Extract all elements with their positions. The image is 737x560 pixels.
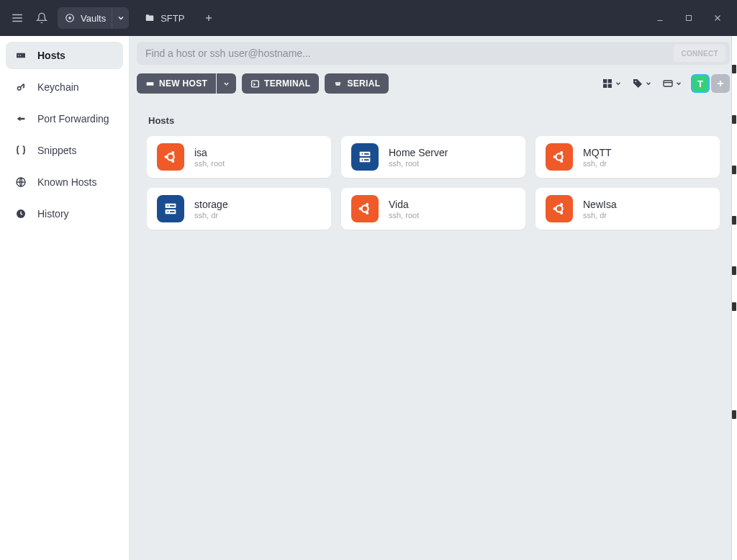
sidebar-item-label: Snippets [37,145,76,156]
sidebar-item-port-forwarding[interactable]: Port Forwarding [6,105,123,132]
card-icon [662,78,674,89]
new-host-icon [145,79,155,89]
sidebar: Hosts Keychain Port Forwarding Snippets … [0,36,130,560]
tag-filter[interactable] [630,74,654,93]
search-bar: CONNECT [137,42,730,65]
host-os-icon [546,143,573,171]
svg-point-51 [361,205,368,212]
braces-icon [14,144,27,157]
close-icon[interactable] [707,7,728,29]
sidebar-item-snippets[interactable]: Snippets [6,137,123,164]
svg-rect-27 [664,81,672,86]
svg-point-32 [165,155,168,158]
search-input[interactable] [145,48,674,59]
svg-point-48 [167,211,168,212]
toolbar: NEW HOST TERMINAL SERIAL [130,65,737,102]
svg-point-57 [560,203,563,206]
add-account-button[interactable] [711,74,730,93]
host-os-icon [351,195,379,222]
new-host-dropdown[interactable] [217,73,236,94]
titlebar: Vaults SFTP [0,0,737,36]
tag-icon [632,78,643,89]
sidebar-item-label: Hosts [37,50,65,61]
host-card[interactable]: Home Serverssh, root [341,136,525,178]
maximize-icon[interactable] [678,7,700,29]
sidebar-item-hosts[interactable]: Hosts [6,42,123,69]
sidebar-item-label: History [37,208,69,220]
tab-sftp-label: SFTP [160,13,184,24]
svg-point-44 [560,160,563,163]
svg-point-53 [366,203,368,206]
host-subtitle: ssh, dr [194,211,228,220]
svg-point-31 [167,153,173,160]
host-card[interactable]: storagessh, dr [147,188,331,230]
svg-rect-24 [603,84,607,88]
sidebar-item-keychain[interactable]: Keychain [6,73,123,101]
grid-icon [602,78,613,89]
svg-point-14 [17,86,21,90]
svg-rect-39 [364,153,368,155]
svg-point-20 [338,83,338,83]
svg-rect-25 [608,84,612,88]
chevron-down-icon [645,80,652,87]
chevron-down-icon[interactable] [112,7,129,29]
tab-sftp[interactable]: SFTP [136,7,193,29]
terminal-button[interactable]: TERMINAL [242,73,319,94]
svg-point-47 [167,205,168,207]
svg-point-13 [20,55,21,55]
serial-icon [333,79,343,89]
svg-point-26 [635,81,636,82]
svg-rect-22 [603,79,607,83]
host-os-icon [351,143,379,171]
terminal-icon [250,79,260,89]
clock-icon [14,207,27,220]
host-card[interactable]: isassh, root [147,136,331,178]
vault-icon [65,13,75,23]
svg-point-41 [556,153,562,160]
host-name: Home Server [389,147,448,158]
serial-button[interactable]: SERIAL [325,73,389,94]
avatar[interactable]: T [691,74,710,93]
svg-point-52 [359,207,362,210]
minimize-icon[interactable] [649,7,671,29]
connect-button[interactable]: CONNECT [674,45,725,62]
host-card[interactable]: MQTTssh, dr [535,136,720,178]
host-card[interactable]: Vidassh, root [341,188,525,230]
svg-point-54 [366,212,368,214]
edge-strip [731,36,737,560]
host-name: NewIsa [583,199,617,210]
host-subtitle: ssh, root [389,211,419,220]
chevron-down-icon [615,80,622,87]
tab-vaults-label: Vaults [81,13,106,24]
chevron-down-icon [222,80,230,88]
sidebar-item-history[interactable]: History [6,200,123,227]
hosts-grid: isassh, rootHome Serverssh, rootMQTTssh,… [147,136,720,230]
tab-vaults[interactable]: Vaults [58,7,129,29]
key-icon [14,81,27,94]
svg-point-38 [361,159,363,161]
add-tab-icon[interactable] [200,9,217,27]
svg-point-4 [68,17,71,19]
svg-point-58 [560,212,563,214]
svg-rect-18 [252,81,259,87]
host-subtitle: ssh, dr [583,211,617,220]
svg-point-19 [337,83,338,83]
svg-point-56 [553,207,556,210]
host-card[interactable]: NewIsassh, dr [535,188,720,230]
svg-rect-49 [170,205,174,207]
sidebar-item-known-hosts[interactable]: Known Hosts [6,168,123,196]
new-host-button[interactable]: NEW HOST [137,73,216,94]
main-panel: CONNECT NEW HOST TERMINAL SERIAL [130,36,737,560]
host-os-icon [157,143,184,171]
host-subtitle: ssh, root [194,159,225,168]
host-subtitle: ssh, root [389,159,448,168]
hamburger-icon[interactable] [9,9,26,27]
host-name: Vida [389,199,419,210]
bell-icon[interactable] [33,9,50,27]
content: Hosts isassh, rootHome Serverssh, rootMQ… [130,102,737,560]
view-grid-toggle[interactable] [600,74,623,93]
sort-filter[interactable] [661,74,684,93]
svg-rect-50 [170,211,174,212]
chevron-down-icon [675,80,682,87]
svg-rect-23 [608,79,612,83]
